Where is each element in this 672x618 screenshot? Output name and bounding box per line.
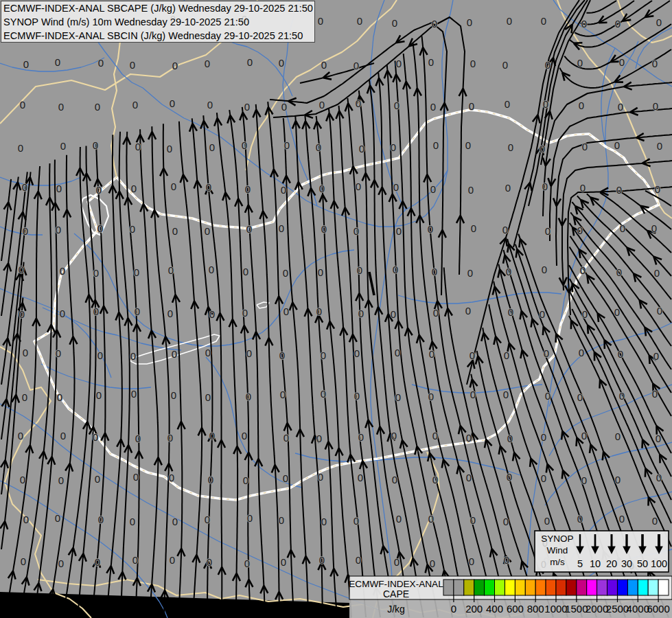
svg-text:0: 0 <box>505 182 511 194</box>
svg-text:0: 0 <box>319 99 325 111</box>
svg-text:0: 0 <box>577 391 583 403</box>
svg-text:0: 0 <box>130 350 136 362</box>
svg-text:0: 0 <box>428 513 434 525</box>
svg-text:0: 0 <box>279 514 284 526</box>
svg-text:0: 0 <box>468 184 474 196</box>
svg-text:0: 0 <box>97 350 103 361</box>
svg-text:0: 0 <box>18 142 23 154</box>
svg-text:1000: 1000 <box>544 603 567 615</box>
svg-text:0: 0 <box>58 558 64 569</box>
svg-text:0: 0 <box>60 430 66 442</box>
svg-text:0: 0 <box>354 347 360 359</box>
svg-text:0: 0 <box>205 514 210 525</box>
svg-text:0: 0 <box>504 350 509 361</box>
svg-text:0: 0 <box>98 57 104 69</box>
svg-text:0: 0 <box>245 183 251 195</box>
svg-text:0: 0 <box>429 348 435 360</box>
svg-text:0: 0 <box>657 305 662 317</box>
svg-text:0: 0 <box>95 101 100 113</box>
svg-text:0: 0 <box>654 267 660 279</box>
svg-text:0: 0 <box>172 60 178 71</box>
svg-text:0: 0 <box>471 222 476 234</box>
svg-text:600: 600 <box>507 603 524 615</box>
svg-text:0: 0 <box>96 184 102 196</box>
svg-text:5: 5 <box>577 558 583 569</box>
svg-text:0: 0 <box>582 308 588 320</box>
svg-text:0: 0 <box>281 184 286 196</box>
svg-text:0: 0 <box>545 390 551 402</box>
svg-text:0: 0 <box>20 99 25 111</box>
svg-text:0: 0 <box>618 101 623 113</box>
svg-text:0: 0 <box>132 99 138 111</box>
svg-text:0: 0 <box>20 474 25 485</box>
svg-text:0: 0 <box>432 18 437 30</box>
svg-text:0: 0 <box>167 143 172 154</box>
svg-text:0: 0 <box>23 514 29 525</box>
svg-text:0: 0 <box>545 59 551 71</box>
svg-text:0: 0 <box>581 474 587 486</box>
svg-text:0: 0 <box>581 18 587 30</box>
svg-text:0: 0 <box>205 391 211 403</box>
svg-text:0: 0 <box>242 307 248 319</box>
svg-text:ECMWF-INDEX-ANAL: ECMWF-INDEX-ANAL <box>349 579 443 589</box>
svg-text:0: 0 <box>170 554 175 566</box>
svg-text:0: 0 <box>394 100 399 111</box>
svg-text:0: 0 <box>354 60 359 71</box>
svg-text:0: 0 <box>502 224 508 236</box>
svg-text:0: 0 <box>318 471 323 483</box>
svg-text:0: 0 <box>428 223 433 235</box>
svg-text:0: 0 <box>284 139 290 151</box>
svg-text:0: 0 <box>467 267 473 279</box>
svg-text:0: 0 <box>545 225 551 237</box>
svg-text:4000: 4000 <box>627 603 649 615</box>
svg-text:0: 0 <box>95 473 100 485</box>
svg-text:0: 0 <box>283 432 289 444</box>
svg-text:0: 0 <box>283 472 288 484</box>
svg-text:0: 0 <box>321 350 326 361</box>
svg-text:0: 0 <box>507 471 512 483</box>
svg-text:200: 200 <box>465 603 483 615</box>
svg-text:0: 0 <box>19 308 25 320</box>
svg-text:0: 0 <box>396 513 402 525</box>
svg-text:0: 0 <box>242 430 247 442</box>
svg-text:0: 0 <box>616 266 622 278</box>
svg-text:0: 0 <box>93 267 99 279</box>
svg-text:0: 0 <box>56 347 61 359</box>
svg-text:0: 0 <box>208 474 213 485</box>
svg-text:0: 0 <box>469 556 474 567</box>
svg-text:0: 0 <box>467 16 472 28</box>
svg-text:0: 0 <box>507 15 512 27</box>
svg-text:30: 30 <box>621 558 632 569</box>
svg-text:0: 0 <box>433 307 439 319</box>
svg-text:0: 0 <box>132 554 138 566</box>
svg-text:0: 0 <box>504 554 509 566</box>
svg-text:0: 0 <box>430 101 436 113</box>
svg-text:0: 0 <box>93 139 98 151</box>
svg-text:0: 0 <box>470 58 476 69</box>
svg-text:ECMWF-INDEX-ANAL SBCAPE (J/kg): ECMWF-INDEX-ANAL SBCAPE (J/kg) Wednesday… <box>3 3 313 14</box>
svg-text:0: 0 <box>503 389 509 400</box>
svg-text:0: 0 <box>393 181 399 193</box>
svg-text:0: 0 <box>652 388 658 400</box>
svg-text:0: 0 <box>580 182 586 194</box>
svg-text:0: 0 <box>321 223 327 235</box>
svg-text:0: 0 <box>507 433 513 444</box>
svg-text:0: 0 <box>502 59 508 71</box>
svg-text:0: 0 <box>359 143 364 154</box>
svg-text:0: 0 <box>316 433 322 444</box>
svg-text:0: 0 <box>172 348 177 360</box>
svg-text:0: 0 <box>616 184 622 196</box>
svg-text:0: 0 <box>577 513 583 525</box>
svg-text:0: 0 <box>247 56 253 68</box>
svg-text:0: 0 <box>470 514 476 526</box>
svg-text:0: 0 <box>356 554 361 566</box>
svg-text:0: 0 <box>358 472 363 483</box>
svg-text:0: 0 <box>21 556 26 567</box>
svg-text:0: 0 <box>243 266 248 277</box>
svg-text:0: 0 <box>60 308 65 319</box>
svg-text:0: 0 <box>357 15 362 27</box>
svg-text:0: 0 <box>579 347 584 358</box>
svg-text:0: 0 <box>205 58 210 69</box>
svg-text:0: 0 <box>465 305 471 317</box>
svg-text:400: 400 <box>486 603 503 615</box>
